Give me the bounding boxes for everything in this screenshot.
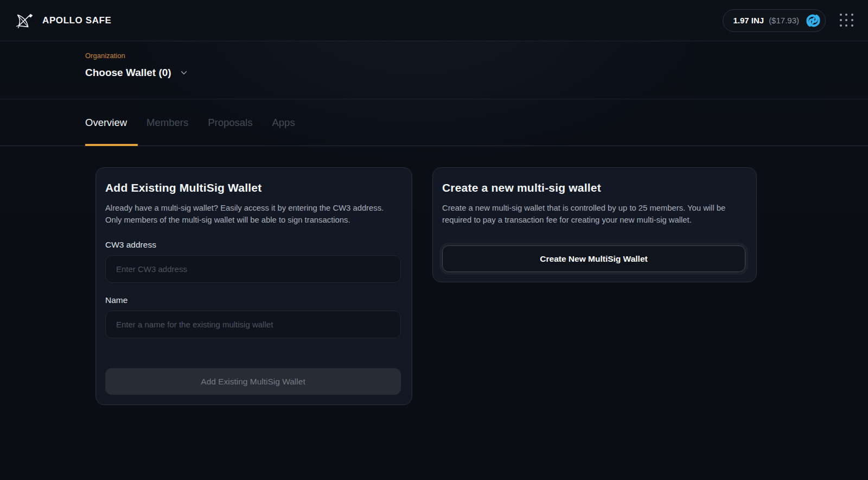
main-content: Add Existing MultiSig Wallet Already hav… [0, 146, 868, 480]
card-description: Create a new multi-sig wallet that is co… [442, 203, 745, 226]
add-existing-multisig-card: Add Existing MultiSig Wallet Already hav… [95, 167, 412, 405]
tab-bar: Overview Members Proposals Apps [0, 99, 868, 146]
organization-section: Organization Choose Wallet (0) [0, 41, 868, 99]
tab-overview[interactable]: Overview [85, 99, 127, 146]
brand[interactable]: APOLLO SAFE [13, 10, 112, 31]
tab-proposals[interactable]: Proposals [208, 99, 252, 146]
tab-members[interactable]: Members [146, 99, 188, 146]
balance-usd: ($17.93) [769, 16, 799, 25]
add-existing-multisig-button[interactable]: Add Existing MultiSig Wallet [105, 368, 401, 395]
brand-name: APOLLO SAFE [42, 15, 112, 26]
apps-grid-icon[interactable] [840, 14, 854, 28]
card-title: Add Existing MultiSig Wallet [105, 181, 401, 194]
card-description: Already have a multi-sig wallet? Easily … [105, 203, 401, 226]
header-right: 1.97 INJ ($17.93) [723, 9, 854, 32]
cw3-address-input[interactable] [105, 255, 401, 283]
injective-token-icon [804, 11, 822, 30]
choose-wallet-dropdown[interactable]: Choose Wallet (0) [85, 67, 188, 79]
cw3-address-label: CW3 address [105, 240, 401, 250]
card-title: Create a new multi-sig wallet [442, 181, 745, 194]
create-new-multisig-button[interactable]: Create New MultiSig Wallet [442, 245, 745, 272]
bow-and-arrow-icon [13, 10, 35, 31]
wallet-name-input[interactable] [105, 311, 401, 338]
top-bar: APOLLO SAFE 1.97 INJ ($17.93) [0, 0, 868, 41]
wallet-balance-pill[interactable]: 1.97 INJ ($17.93) [723, 9, 826, 32]
name-label: Name [105, 295, 401, 305]
organization-label: Organization [85, 52, 868, 60]
tab-apps[interactable]: Apps [272, 99, 295, 146]
choose-wallet-value: Choose Wallet (0) [85, 67, 171, 79]
chevron-down-icon [180, 69, 188, 77]
page: APOLLO SAFE 1.97 INJ ($17.93) Organizati… [0, 0, 868, 480]
balance-amount: 1.97 INJ [733, 16, 764, 25]
create-new-multisig-card: Create a new multi-sig wallet Create a n… [432, 167, 757, 282]
